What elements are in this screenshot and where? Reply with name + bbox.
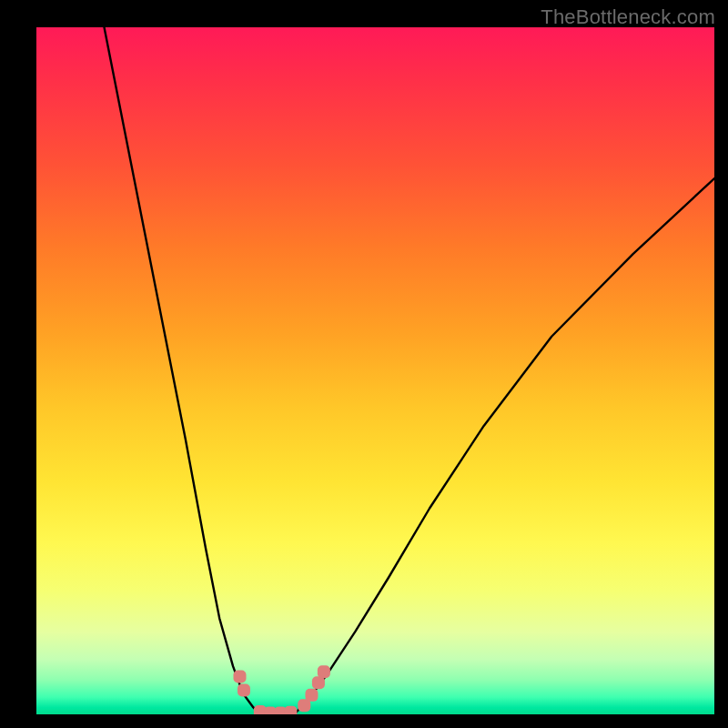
chart-frame: TheBottleneck.com (0, 0, 728, 728)
curve-layer (105, 27, 715, 714)
data-marker (312, 676, 325, 689)
bottleneck-curve (105, 27, 715, 714)
data-marker (305, 689, 318, 702)
chart-svg (36, 27, 714, 714)
data-marker (234, 670, 247, 682)
watermark-text: TheBottleneck.com (541, 5, 715, 29)
data-marker (284, 706, 297, 714)
data-marker (318, 665, 330, 678)
marker-layer (234, 665, 330, 714)
plot-area (36, 27, 714, 714)
data-marker (238, 684, 250, 697)
